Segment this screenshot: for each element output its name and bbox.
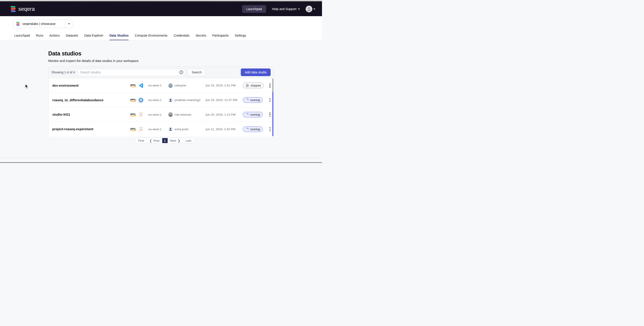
region-label: eu-west-1	[148, 128, 168, 131]
svg-text:aws: aws	[130, 127, 136, 130]
workspace-label: seqeralabs | showcase	[22, 22, 65, 26]
tab-compute-environments[interactable]: Compute Environments	[135, 34, 168, 41]
search-button[interactable]: Search	[188, 69, 205, 76]
svg-text:aws: aws	[130, 83, 136, 86]
svg-text:jupyter: jupyter	[139, 114, 143, 115]
created-date-label: Jun 25, 2024, 2:41 PM	[205, 84, 243, 87]
seqera-brand[interactable]: seqera	[10, 6, 35, 13]
tab-secrets[interactable]: Secrets	[196, 34, 206, 41]
user-avatar-photo	[168, 83, 173, 88]
studios-table-body: dev-environmentawseu-west-1robsymeJun 25…	[49, 78, 273, 137]
studio-name-link[interactable]: studio-3411	[52, 113, 130, 116]
chevron-down-icon	[314, 9, 315, 10]
created-date-label: Jun 20, 2024, 1:13 PM	[205, 113, 243, 116]
status-label: running	[250, 113, 260, 116]
provider-app-icons: aws	[130, 83, 148, 88]
user-avatar-generic-icon	[168, 98, 173, 102]
user-menu[interactable]	[306, 6, 315, 12]
tab-data-studios[interactable]: Data Studios	[110, 34, 129, 41]
chevron-down-icon	[68, 23, 70, 25]
scrollbar-track-blue	[272, 92, 273, 136]
status-label: running	[250, 128, 260, 131]
add-data-studio-button[interactable]: Add data studio	[241, 69, 270, 76]
provider-app-icons: awsR	[130, 98, 148, 103]
help-label: Help and Support	[272, 7, 296, 11]
chevron-down-icon	[298, 9, 300, 10]
tab-actions[interactable]: Actions	[49, 34, 60, 41]
table-scrollbar[interactable]	[272, 79, 273, 136]
username-label: jonathan-manning2	[174, 98, 200, 102]
table-toolbar: Showing 1-4 of 4 Search Add data studio	[49, 67, 273, 78]
row-actions-kebab-menu[interactable]	[268, 84, 272, 88]
data-studios-table-card: Showing 1-4 of 4 Search Add data studio …	[48, 66, 274, 137]
aws-icon: aws	[130, 112, 137, 117]
status-badge: running	[243, 97, 263, 103]
person-icon	[306, 6, 312, 12]
help-and-support-menu[interactable]: Help and Support	[272, 7, 300, 11]
table-row: project-rnaseq-experimentawsjupytereu-we…	[49, 122, 273, 137]
studio-name-link[interactable]: rnaseq_to_differentialabundance	[52, 98, 130, 102]
tab-settings[interactable]: Settings	[235, 34, 246, 41]
aws-icon: aws	[130, 98, 137, 102]
scrollbar-thumb[interactable]	[272, 79, 273, 92]
launchpad-button[interactable]: Launchpad	[242, 5, 266, 13]
pagination-current-page[interactable]: 1	[162, 138, 168, 143]
status-label: stopped	[250, 84, 261, 87]
user-cell: robsyme	[168, 83, 205, 88]
row-actions-kebab-menu[interactable]	[268, 127, 272, 131]
workspace-logo-icon	[16, 22, 20, 26]
avatar	[306, 6, 312, 12]
pagination-next-label: Next	[170, 139, 176, 142]
username-label: esha-joshi	[174, 128, 188, 131]
tab-credentials[interactable]: Credentials	[174, 34, 190, 41]
studio-name-link[interactable]: project-rnaseq-experiment	[52, 127, 130, 131]
workspace-selector[interactable]: seqeralabs | showcase	[13, 20, 73, 28]
svg-text:aws: aws	[130, 112, 136, 115]
pagination-prev[interactable]: ❮ Prev	[147, 138, 162, 143]
region-label: eu-west-1	[148, 113, 168, 116]
user-cell: jonathan-manning2	[168, 98, 205, 102]
status-badge: running	[243, 112, 263, 117]
running-spinner-icon	[246, 128, 248, 131]
tab-launchpad[interactable]: Launchpad	[14, 34, 30, 41]
pagination-next[interactable]: Next ❯	[168, 138, 183, 143]
created-date-label: Jun 11, 2024, 2:33 PM	[205, 128, 243, 131]
region-label: eu-west-1	[148, 84, 168, 87]
user-avatar-generic-icon	[168, 127, 173, 131]
pagination-last[interactable]: Last	[183, 138, 194, 143]
row-actions-kebab-menu[interactable]	[268, 98, 272, 102]
rstudio-icon: R	[138, 98, 144, 103]
tab-data-explorer[interactable]: Data Explorer	[84, 34, 104, 41]
aws-icon: aws	[130, 83, 137, 88]
jupyter-icon: jupyter	[138, 112, 144, 117]
aws-icon: aws	[130, 127, 137, 132]
user-cell: rob-newman	[168, 112, 205, 117]
tab-runs[interactable]: Runs	[36, 34, 43, 41]
brand-text: seqera	[18, 6, 35, 12]
svg-text:aws: aws	[130, 98, 136, 101]
jupyter-icon: jupyter	[138, 126, 144, 132]
pagination-first[interactable]: First	[136, 138, 146, 143]
username-label: robsyme	[174, 84, 186, 87]
provider-app-icons: awsjupyter	[130, 112, 148, 117]
chevron-right-icon: ❯	[178, 139, 180, 142]
running-spinner-icon	[246, 113, 248, 116]
workspace-dropdown-toggle[interactable]	[65, 20, 73, 28]
top-navbar: seqera Launchpad Help and Support	[0, 2, 322, 16]
region-label: eu-west-1	[148, 98, 168, 102]
row-actions-kebab-menu[interactable]	[268, 113, 272, 117]
studio-name-link[interactable]: dev-environment	[52, 84, 130, 87]
tab-participants[interactable]: Participants	[212, 34, 229, 41]
search-input[interactable]	[78, 71, 177, 74]
search-input-group	[78, 69, 185, 76]
svg-text:jupyter: jupyter	[139, 129, 143, 130]
pagination-prev-label: Prev	[154, 139, 160, 142]
info-icon[interactable]	[177, 69, 185, 76]
footer-divider	[0, 158, 322, 158]
user-avatar-photo	[168, 112, 173, 117]
user-cell: esha-joshi	[168, 127, 205, 131]
pagination: First ❮ Prev 1 Next ❯ Last	[136, 138, 194, 143]
vscode-icon	[138, 83, 144, 88]
running-spinner-icon	[246, 99, 248, 102]
tab-datasets[interactable]: Datasets	[66, 34, 78, 41]
